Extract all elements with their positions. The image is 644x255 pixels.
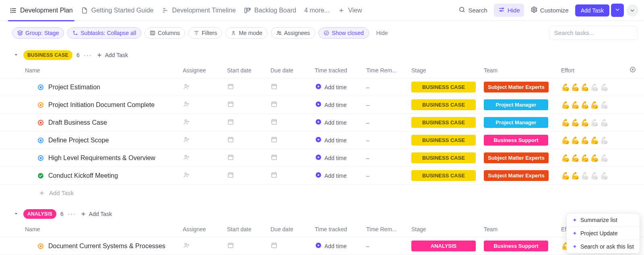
task-name[interactable]: Document Current Systems & Processes: [48, 243, 165, 250]
customize-button[interactable]: Customize: [526, 4, 573, 17]
status-icon[interactable]: [37, 172, 44, 179]
task-row[interactable]: High Level Requirements & Overview Add t…: [0, 149, 644, 167]
group-add-task-button[interactable]: Add Task: [80, 211, 112, 217]
hide-button[interactable]: Hide: [494, 4, 524, 17]
task-name[interactable]: Project Estimation: [48, 84, 100, 91]
time-remaining-cell[interactable]: –: [366, 119, 411, 126]
task-name[interactable]: High Level Requirements & Overview: [48, 154, 155, 162]
team-cell[interactable]: Subject Matter Experts: [484, 82, 561, 93]
task-search-input[interactable]: Search tasks...: [549, 26, 638, 40]
status-icon[interactable]: [37, 243, 44, 250]
start-date-cell[interactable]: [227, 154, 270, 162]
view-tab-0[interactable]: Development Plan: [6, 0, 77, 21]
due-date-cell[interactable]: [270, 101, 315, 109]
col-time-remaining[interactable]: Time Rem...: [366, 226, 411, 232]
time-remaining-cell[interactable]: –: [366, 243, 411, 249]
status-icon[interactable]: [37, 119, 44, 126]
project-update-button[interactable]: ✦ Project Update: [567, 227, 640, 240]
col-name[interactable]: Name: [25, 226, 183, 232]
time-tracked-cell[interactable]: Add time: [315, 83, 366, 91]
group-more-button[interactable]: ···: [84, 51, 92, 59]
time-tracked-cell[interactable]: Add time: [315, 101, 366, 109]
time-remaining-cell[interactable]: –: [366, 137, 411, 144]
assignee-cell[interactable]: [183, 83, 227, 91]
time-tracked-cell[interactable]: Add time: [315, 171, 366, 180]
col-name[interactable]: Name: [25, 67, 183, 74]
due-date-cell[interactable]: [270, 83, 315, 91]
task-row[interactable]: Document Current Systems & Processes Add…: [0, 237, 644, 255]
start-date-cell[interactable]: [227, 83, 270, 91]
add-task-button[interactable]: Add Task: [575, 4, 609, 16]
view-tab-3[interactable]: Backlog Board: [240, 0, 300, 21]
due-date-cell[interactable]: [270, 136, 315, 144]
effort-cell[interactable]: 💪💪💪💪💪: [561, 83, 640, 92]
effort-cell[interactable]: 💪💪💪💪💪: [561, 154, 640, 162]
task-name[interactable]: Conduct Kickoff Meeting: [48, 172, 118, 179]
search-button[interactable]: Search: [454, 4, 491, 17]
collapse-toggle[interactable]: [13, 210, 19, 218]
col-stage[interactable]: Stage: [411, 226, 484, 232]
time-tracked-cell[interactable]: Add time: [315, 242, 366, 250]
stage-cell[interactable]: ANALYSIS: [411, 241, 484, 251]
stage-cell[interactable]: BUSINESS CASE: [411, 152, 484, 163]
subtasks-pill[interactable]: Subtasks: Collapse all: [67, 27, 141, 39]
col-assignee[interactable]: Assignee: [183, 226, 227, 232]
time-remaining-cell[interactable]: –: [366, 173, 411, 179]
effort-cell[interactable]: 💪💪💪💪💪: [561, 118, 640, 127]
group-pill[interactable]: Group: Stage: [12, 27, 64, 39]
stage-cell[interactable]: BUSINESS CASE: [411, 135, 484, 146]
due-date-cell[interactable]: [270, 242, 315, 250]
summarize-list-button[interactable]: ✦ Summarize list: [567, 214, 640, 227]
filters-pill[interactable]: Filters: [188, 27, 222, 39]
col-effort[interactable]: Effort: [561, 67, 628, 74]
task-row[interactable]: Project Estimation Add time – BUSINESS C…: [0, 78, 644, 96]
start-date-cell[interactable]: [227, 242, 270, 250]
col-time-remaining[interactable]: Time Rem...: [366, 67, 411, 74]
stage-cell[interactable]: BUSINESS CASE: [411, 99, 484, 110]
task-row[interactable]: Conduct Kickoff Meeting Add time – BUSIN…: [0, 167, 644, 185]
assignee-cell[interactable]: [183, 242, 227, 250]
col-due-date[interactable]: Due date: [270, 226, 315, 232]
status-icon[interactable]: [37, 137, 44, 144]
assignee-cell[interactable]: [183, 171, 227, 180]
col-assignee[interactable]: Assignee: [183, 67, 227, 74]
view-tab-4[interactable]: 4 more...: [300, 0, 334, 21]
assignee-cell[interactable]: [183, 101, 227, 109]
me-mode-pill[interactable]: Me mode: [225, 27, 267, 39]
col-time-tracked[interactable]: Time tracked: [315, 67, 366, 74]
task-row[interactable]: Draft Business Case Add time – BUSINESS …: [0, 114, 644, 132]
add-task-dropdown[interactable]: [611, 4, 624, 17]
col-team[interactable]: Team: [484, 67, 561, 74]
task-row[interactable]: Define Project Scope Add time – BUSINESS…: [0, 132, 644, 149]
add-column-button[interactable]: [628, 66, 640, 74]
task-name[interactable]: Draft Business Case: [48, 119, 107, 126]
group-add-task-button[interactable]: Add Task: [96, 52, 128, 58]
group-more-button[interactable]: ···: [68, 210, 76, 218]
start-date-cell[interactable]: [227, 118, 270, 127]
col-start-date[interactable]: Start date: [227, 226, 270, 232]
hide-link[interactable]: Hide: [376, 30, 388, 36]
time-remaining-cell[interactable]: –: [366, 84, 411, 90]
ask-list-button[interactable]: ✦ Search or ask this list: [567, 240, 640, 253]
task-name[interactable]: Project Initiation Document Complete: [48, 101, 155, 109]
due-date-cell[interactable]: [270, 118, 315, 127]
time-tracked-cell[interactable]: Add time: [315, 154, 366, 162]
view-tab-1[interactable]: Getting Started Guide: [77, 0, 158, 21]
col-start-date[interactable]: Start date: [227, 67, 270, 74]
team-cell[interactable]: Business Support: [484, 135, 561, 146]
stage-cell[interactable]: BUSINESS CASE: [411, 170, 484, 181]
more-menu-button[interactable]: [626, 4, 638, 16]
team-cell[interactable]: Subject Matter Experts: [484, 152, 561, 163]
time-remaining-cell[interactable]: –: [366, 155, 411, 161]
collapse-toggle[interactable]: [13, 51, 19, 59]
team-cell[interactable]: Project Manager: [484, 117, 561, 128]
start-date-cell[interactable]: [227, 171, 270, 180]
group-tag[interactable]: ANALYSIS: [23, 209, 56, 219]
effort-cell[interactable]: 💪💪💪💪💪: [561, 101, 640, 109]
due-date-cell[interactable]: [270, 154, 315, 162]
due-date-cell[interactable]: [270, 171, 315, 180]
team-cell[interactable]: Subject Matter Experts: [484, 170, 561, 181]
effort-cell[interactable]: 💪💪💪💪💪: [561, 171, 640, 180]
time-remaining-cell[interactable]: –: [366, 102, 411, 108]
col-stage[interactable]: Stage: [411, 67, 484, 74]
